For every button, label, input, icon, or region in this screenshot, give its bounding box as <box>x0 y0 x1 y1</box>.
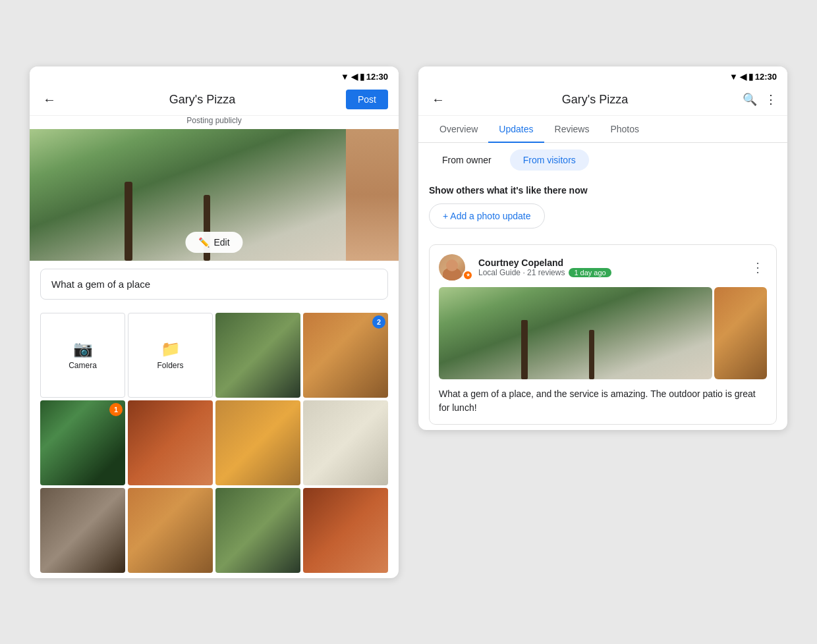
time-display-right: 12:30 <box>755 72 777 82</box>
add-photo-update-button[interactable]: + Add a photo update <box>429 203 545 228</box>
review-header: ★ Courtney Copeland Local Guide · 21 rev… <box>430 245 776 287</box>
tab-photos[interactable]: Photos <box>600 116 650 142</box>
right-back-button[interactable]: ← <box>429 90 447 110</box>
signal-icon: ▼ <box>341 72 349 82</box>
page-title: Gary's Pizza <box>59 93 346 107</box>
section-heading: Show others what it's like there now <box>418 177 787 201</box>
camera-button[interactable]: 📷 Camera <box>40 313 125 398</box>
caption-input[interactable]: What a gem of a place <box>40 269 388 300</box>
main-photo-area: ✏️ Edit <box>30 129 399 261</box>
post-button[interactable]: Post <box>346 90 388 109</box>
review-more-button[interactable]: ⋮ <box>748 257 767 278</box>
grid-photo-1[interactable] <box>215 313 300 398</box>
photo-badge-2: 2 <box>372 315 385 329</box>
posting-subtitle: Posting publicly <box>30 116 399 129</box>
grid-photo-9[interactable] <box>215 488 300 573</box>
tab-updates[interactable]: Updates <box>488 116 544 142</box>
time-display: 12:30 <box>366 72 388 82</box>
grid-photo-4[interactable] <box>128 400 213 485</box>
grid-photo-2[interactable]: 2 <box>303 313 388 398</box>
back-button[interactable]: ← <box>40 90 59 110</box>
main-photo-right <box>346 129 399 261</box>
tab-overview[interactable]: Overview <box>429 116 488 142</box>
time-badge: 1 day ago <box>569 268 611 277</box>
right-top-bar: ← Gary's Pizza 🔍 ⋮ <box>418 84 787 116</box>
left-top-bar: ← Gary's Pizza Post <box>30 84 399 116</box>
reviewer-avatar <box>439 254 465 281</box>
folder-icon: 📁 <box>161 340 181 358</box>
right-phone-screen: ▼ ◀ ▮ 12:30 ← Gary's Pizza 🔍 ⋮ Overview … <box>418 67 787 430</box>
camera-label: Camera <box>69 361 97 370</box>
battery-icon: ▮ <box>360 72 364 82</box>
left-status-bar: ▼ ◀ ▮ 12:30 <box>30 67 399 84</box>
folders-label: Folders <box>157 361 183 370</box>
visitor-tabs: From owner From visitors <box>418 143 787 177</box>
grid-photo-7[interactable] <box>40 488 125 573</box>
search-icon[interactable]: 🔍 <box>743 92 757 107</box>
grid-photo-3[interactable]: 1 <box>40 400 125 485</box>
grid-photo-6[interactable] <box>303 400 388 485</box>
review-photo-2[interactable] <box>714 287 767 379</box>
folders-button[interactable]: 📁 Folders <box>128 313 213 398</box>
grid-photo-8[interactable] <box>128 488 213 573</box>
photo-grid: 📷 Camera 📁 Folders 2 1 <box>40 313 388 573</box>
local-guide-badge: ★ <box>463 270 473 281</box>
photo-grid-container: 📷 Camera 📁 Folders 2 1 <box>30 308 399 578</box>
battery-icon-right: ▮ <box>748 72 753 82</box>
edit-icon: ✏️ <box>198 237 210 248</box>
right-page-title: Gary's Pizza <box>447 93 743 107</box>
tab-reviews[interactable]: Reviews <box>544 116 600 142</box>
review-photos <box>430 287 776 387</box>
wifi-icon: ◀ <box>351 72 358 82</box>
signal-icon-right: ▼ <box>729 72 738 82</box>
from-owner-tab[interactable]: From owner <box>429 149 505 171</box>
left-phone-screen: ▼ ◀ ▮ 12:30 ← Gary's Pizza Post Posting … <box>30 67 399 578</box>
more-menu-icon[interactable]: ⋮ <box>765 92 777 107</box>
grid-photo-5[interactable] <box>215 400 300 485</box>
review-card: ★ Courtney Copeland Local Guide · 21 rev… <box>429 244 777 425</box>
caption-text: What a gem of a place <box>51 279 150 290</box>
from-visitors-tab[interactable]: From visitors <box>510 149 589 171</box>
wifi-icon-right: ◀ <box>740 72 747 82</box>
tab-bar: Overview Updates Reviews Photos <box>418 116 787 143</box>
edit-label: Edit <box>213 237 229 248</box>
camera-icon: 📷 <box>73 340 93 358</box>
reviewer-meta-text: Local Guide · 21 reviews <box>478 268 565 277</box>
photo-badge-1: 1 <box>109 403 123 416</box>
reviewer-name: Courtney Copeland <box>478 257 748 268</box>
right-status-bar: ▼ ◀ ▮ 12:30 <box>418 67 787 84</box>
grid-photo-10[interactable] <box>303 488 388 573</box>
edit-button[interactable]: ✏️ Edit <box>185 232 242 253</box>
reviewer-meta: Local Guide · 21 reviews 1 day ago <box>478 268 748 277</box>
review-photo-1[interactable] <box>439 287 712 379</box>
review-text: What a gem of a place, and the service i… <box>430 387 776 424</box>
reviewer-info: Courtney Copeland Local Guide · 21 revie… <box>478 257 748 277</box>
